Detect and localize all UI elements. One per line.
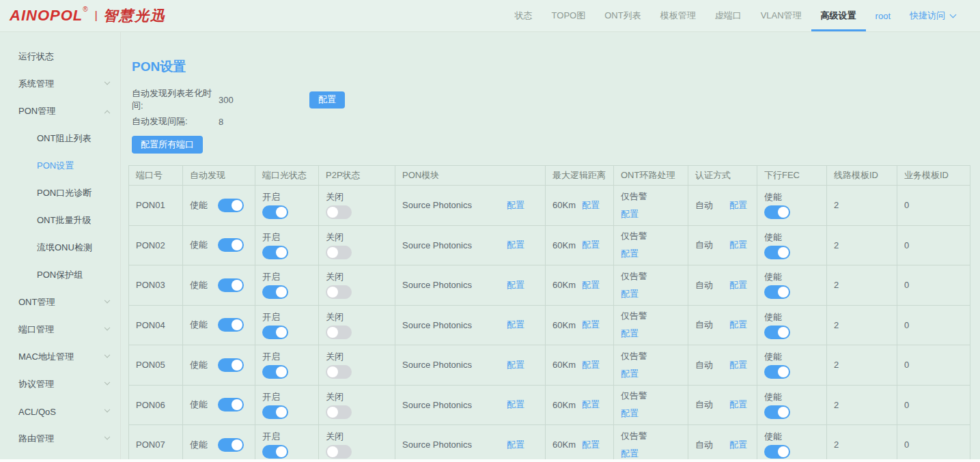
sidebar-item-label: ONT管理 [18,296,55,308]
sidebar-item[interactable]: MAC地址管理 [0,343,120,371]
optical-state-toggle[interactable] [262,445,288,459]
sidebar-item[interactable]: 端口管理 [0,316,120,343]
nav-item[interactable]: 高级设置 [811,0,866,31]
p2p-state-toggle[interactable] [326,285,352,299]
optical-state-toggle[interactable] [262,365,288,379]
max-distance-config-link[interactable]: 配置 [582,279,600,291]
sidebar-item[interactable]: ONT阻止列表 [0,125,120,152]
auto-discover-toggle[interactable] [218,438,244,452]
sidebar-item[interactable]: ONT管理 [0,289,120,316]
nav-item-label: root [876,11,891,21]
optical-state-toggle[interactable] [262,326,288,339]
p2p-state-toggle[interactable] [326,445,352,459]
auth-mode-config-link[interactable]: 配置 [729,279,747,291]
auto-discover-toggle[interactable] [218,358,244,372]
top-nav: 状态 TOPO图 ONT列表 模板管理 虚端口 [505,0,965,31]
max-distance-config-link[interactable]: 配置 [582,319,600,331]
nav-item[interactable]: 虚端口 [705,0,751,31]
sidebar-item[interactable]: ONT批量升级 [0,207,120,234]
nav-item[interactable]: 状态 [505,0,542,31]
pon-module-config-link[interactable]: 配置 [507,399,524,411]
pon-module-config-link[interactable]: 配置 [507,319,524,331]
loop-handling-config-link[interactable]: 配置 [621,368,639,380]
downstream-fec-toggle[interactable] [764,285,790,299]
aging-time-config-button[interactable]: 配置 [309,91,345,109]
horizontal-scrollbar[interactable] [0,459,980,462]
sidebar-item-label: PON管理 [18,105,55,117]
loop-handling-config-link[interactable]: 配置 [621,208,639,220]
nav-item-label: VLAN管理 [761,10,802,22]
optical-state-toggle[interactable] [262,246,288,259]
sidebar-item[interactable]: ACL/QoS [0,398,120,425]
max-distance-config-link[interactable]: 配置 [582,439,600,451]
auto-discover-toggle[interactable] [218,398,244,412]
nav-item[interactable]: root [866,0,900,31]
cell-p2p-state: 关闭 [319,305,395,345]
nav-item[interactable]: VLAN管理 [751,0,811,31]
sidebar-item[interactable]: 协议管理 [0,371,120,398]
nav-item[interactable]: ONT列表 [595,0,650,31]
max-distance-config-link[interactable]: 配置 [582,399,600,411]
port-label: PON06 [136,400,165,410]
cell-line-template-id: 2 [827,186,897,226]
sidebar-item[interactable]: 系统管理 [0,70,120,98]
nav-item[interactable]: 模板管理 [651,0,705,31]
downstream-fec-toggle[interactable] [764,205,790,219]
downstream-fec-toggle[interactable] [764,445,790,459]
max-distance-config-link[interactable]: 配置 [582,199,600,212]
auth-mode-config-link[interactable]: 配置 [729,439,747,451]
downstream-fec-toggle[interactable] [764,365,790,379]
auth-mode-config-link[interactable]: 配置 [729,199,747,212]
auth-mode-config-link[interactable]: 配置 [729,319,747,331]
auth-mode-config-link[interactable]: 配置 [729,359,747,371]
discover-interval-value: 8 [219,117,309,127]
sidebar-item[interactable]: PON管理 [0,98,120,125]
auto-discover-toggle[interactable] [218,238,244,252]
cell-port: PON04 [129,305,183,345]
downstream-fec-toggle[interactable] [764,246,790,259]
sidebar-item[interactable]: 路由管理 [0,425,120,452]
max-distance-config-link[interactable]: 配置 [582,359,600,371]
downstream-fec-toggle[interactable] [764,326,790,339]
loop-handling-config-link[interactable]: 配置 [621,248,639,260]
settings-fields: 自动发现列表老化时间: 300 配置 自动发现间隔: 8 [132,91,980,130]
optical-state-toggle[interactable] [262,205,288,219]
sidebar-item[interactable]: 运行状态 [0,43,120,70]
optical-state-toggle[interactable] [262,285,288,299]
loop-handling-config-link[interactable]: 配置 [621,328,639,340]
sidebar-item[interactable]: PON口光诊断 [0,179,120,207]
sidebar-item[interactable]: PON设置 [0,152,120,179]
p2p-state-toggle[interactable] [326,326,352,339]
cell-port: PON05 [129,345,183,386]
config-all-ports-button[interactable]: 配置所有端口 [132,136,203,154]
column-header: 业务模板ID [897,166,970,186]
cell-max-distance: 60Km 配置 [546,265,614,306]
nav-item[interactable]: TOPO图 [542,0,596,31]
max-distance-config-link[interactable]: 配置 [582,239,600,251]
p2p-state-toggle[interactable] [326,365,352,379]
p2p-state-toggle[interactable] [326,246,352,259]
p2p-state-toggle[interactable] [326,405,352,419]
pon-module-config-link[interactable]: 配置 [507,359,524,371]
chevron-icon [104,434,110,439]
loop-handling-config-link[interactable]: 配置 [621,407,639,420]
auto-discover-toggle[interactable] [218,318,244,332]
cell-pon-module: Source Photonics 配置 [395,265,546,306]
downstream-fec-toggle[interactable] [764,405,790,419]
downstream-fec-label: 使能 [764,351,820,363]
pon-module-config-link[interactable]: 配置 [507,239,524,251]
pon-module-config-link[interactable]: 配置 [507,439,524,451]
loop-handling-config-link[interactable]: 配置 [621,448,639,460]
pon-module-config-link[interactable]: 配置 [507,279,524,291]
sidebar-item[interactable]: PON保护组 [0,261,120,289]
auto-discover-toggle[interactable] [218,199,244,212]
pon-module-config-link[interactable]: 配置 [507,199,524,212]
optical-state-toggle[interactable] [262,405,288,419]
sidebar-item[interactable]: 流氓ONU检测 [0,234,120,261]
auto-discover-toggle[interactable] [218,278,244,292]
loop-handling-config-link[interactable]: 配置 [621,288,639,300]
p2p-state-toggle[interactable] [326,205,352,219]
auth-mode-config-link[interactable]: 配置 [729,399,747,411]
nav-item[interactable]: 快捷访问 [900,0,965,31]
auth-mode-config-link[interactable]: 配置 [729,239,747,251]
